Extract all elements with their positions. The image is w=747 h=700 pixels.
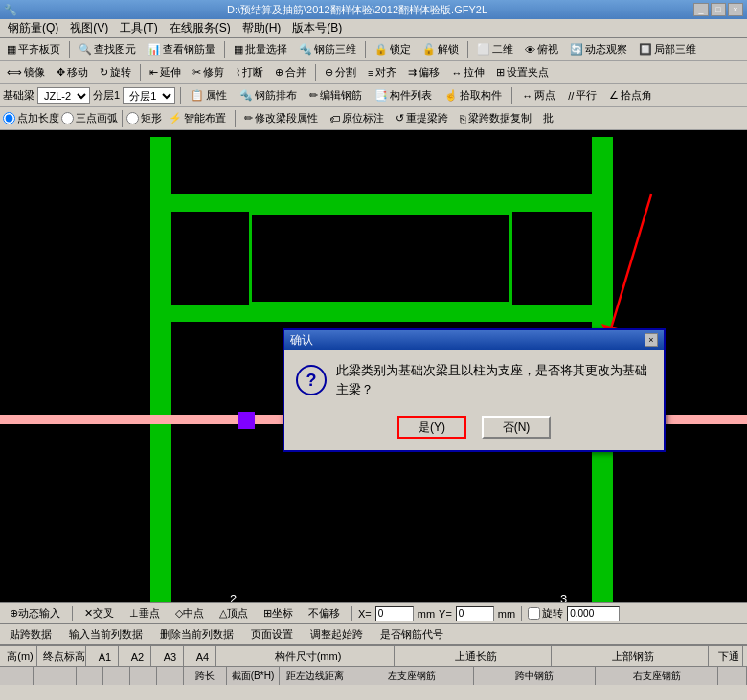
2d-icon: ⬜ [477,43,490,56]
menu-item-2[interactable]: 工具(T) [114,19,163,37]
btn-2d[interactable]: ⬜ 二维 [472,40,518,59]
table-row-1: 高(m) 终点标高 A1 A2 A3 A4 构件尺寸(mm) 上通长筋 上部钢筋… [0,646,747,667]
btn-batch-select[interactable]: ▦ 批量选择 [229,40,292,59]
rotate-input[interactable] [567,606,620,621]
struct-purple-marker [238,412,255,429]
info-bar: 贴跨数据输入当前列数据删除当前列数据页面设置调整起始跨是否钢筋代号 [0,623,747,644]
minimize-button[interactable]: _ [693,3,709,16]
confirm-dialog[interactable]: 确认 × ? 此梁类别为基础次梁且以柱为支座，是否将其更改为基础主梁？ 是(Y)… [283,328,666,452]
offset-icon: ⇉ [408,66,417,79]
y-input[interactable] [456,606,494,621]
btn-flatboard[interactable]: ▦ 平齐板页 [2,40,65,59]
btn-local-3d[interactable]: 🔲 局部三维 [634,40,701,59]
snap-nooffset[interactable]: 不偏移 [303,605,346,622]
btn-two-point[interactable]: ↔ 两点 [517,86,560,105]
menu-item-5[interactable]: 版本号(B) [286,19,348,37]
info-item-5[interactable]: 是否钢筋代号 [374,626,449,644]
btn-stretch[interactable]: ↔ 拉伸 [446,63,489,82]
btn-pickup-comp[interactable]: ☝ 拾取构件 [440,86,507,105]
btn-rebar-amount[interactable]: 📊 查看钢筋量 [143,40,220,59]
btn-mirror[interactable]: ⟺ 镜像 [2,63,50,82]
struct-inner-rect [249,212,512,305]
btn-edit-rebar[interactable]: ✏ 编辑钢筋 [305,86,367,105]
btn-re-span[interactable]: ↺ 重提梁跨 [391,109,453,128]
col-height: 高(m) [4,646,37,666]
close-button[interactable]: × [728,3,743,16]
rotate-checkbox[interactable]: 旋转 [528,606,563,621]
snap-intersection[interactable]: ✕ 交叉 [79,605,120,622]
snap-endpoint[interactable]: △ 顶点 [214,605,254,622]
twopoint-icon: ↔ [522,90,532,102]
btn-pick-angle[interactable]: ∠ 拾点角 [604,86,657,105]
btn-setgrip[interactable]: ⊞ 设置夹点 [491,63,554,82]
btn-move[interactable]: ✥ 移动 [52,63,93,82]
info-item-1[interactable]: 输入当前列数据 [63,626,148,644]
name-select[interactable]: JZL-2 [37,87,90,104]
smart-icon: ⚡ [169,112,182,124]
menu-item-3[interactable]: 在线服务(S) [164,19,237,37]
info-item-3[interactable]: 页面设置 [245,626,299,644]
btn-merge[interactable]: ⊕ 合并 [270,63,311,82]
col-a2: A2 [124,646,151,666]
btn-extend[interactable]: ⇤ 延伸 [145,63,186,82]
btn-property[interactable]: 📋 属性 [186,86,232,105]
status-bar: ⊕ 动态输入 ✕ 交叉 ⊥ 垂点 ◇ 中点 △ 顶点 ⊞ 坐标 不偏移 X= m… [0,602,747,623]
info-item-4[interactable]: 调整起始跨 [305,626,369,644]
radio-arc[interactable]: 三点画弧 [61,111,118,125]
info-item-2[interactable]: 删除当前列数据 [154,626,239,644]
btn-unlock[interactable]: 🔓 解锁 [418,40,464,59]
btn-modify-span[interactable]: ✏ 修改梁段属性 [239,109,323,128]
btn-find[interactable]: 🔍 查找图元 [74,40,141,59]
snap-midpoint[interactable]: ◇ 中点 [170,605,210,622]
separator [235,110,236,127]
btn-rebar-layout[interactable]: 🔩 钢筋排布 [235,86,302,105]
btn-lock[interactable]: 🔒 锁定 [370,40,416,59]
layer-select[interactable]: 分层1 [123,87,175,104]
separator [365,41,366,58]
respan-icon: ↺ [396,112,404,124]
layout-icon: 🔩 [239,89,253,102]
snap-coordinate[interactable]: ⊞ 坐标 [258,605,299,622]
type-label: 基础梁 [3,88,34,102]
dialog-yes-button[interactable]: 是(Y) [397,416,466,439]
btn-copy-span[interactable]: ⎘ 梁跨数据复制 [455,109,536,128]
radio-point-length[interactable]: 点加长度 [3,111,59,125]
dialog-title: 确认 [290,332,313,349]
separator [122,110,123,127]
btn-break[interactable]: ⌇ 打断 [231,63,268,82]
btn-topview[interactable]: 👁 俯视 [520,40,563,59]
struct-horizontal-mid [150,305,613,322]
btn-offset[interactable]: ⇉ 偏移 [403,63,444,82]
col-top-rebar: 上通长筋 [400,646,552,666]
btn-rotate[interactable]: ↻ 旋转 [95,63,136,82]
snap-dynamic-input[interactable]: ⊕ 动态输入 [4,605,66,622]
btn-parallel[interactable]: // 平行 [563,86,601,105]
btn-split[interactable]: ⊖ 分割 [320,63,361,82]
menu-item-0[interactable]: 钢筋量(Q) [2,19,64,37]
btn-trim[interactable]: ✂ 修剪 [188,63,229,82]
x-label: X= [358,608,372,620]
btn-align[interactable]: ≡ 对齐 [363,63,401,82]
snap-perpendicular[interactable]: ⊥ 垂点 [124,605,166,622]
btn-dynamic-obs[interactable]: 🔄 动态观察 [565,40,632,59]
info-item-0[interactable]: 贴跨数据 [4,626,57,644]
dialog-no-button[interactable]: 否(N) [482,416,551,439]
toolbar-1: ▦ 平齐板页 🔍 查找图元 📊 查看钢筋量 ▦ 批量选择 🔩 钢筋三维 🔒 锁定… [0,38,747,61]
maximize-button[interactable]: □ [711,3,726,16]
align-icon: ≡ [368,67,374,79]
col-bot-rebar: 下通 [714,646,743,666]
menu-item-1[interactable]: 视图(V) [64,19,114,37]
btn-in-situ-label[interactable]: 🏷 原位标注 [325,109,389,128]
end-icon: △ [219,607,227,620]
draw-toolbar: 点加长度 三点画弧 矩形 ⚡ 智能布置 ✏ 修改梁段属性 🏷 原位标注 ↺ 重提… [0,107,747,130]
btn-smart-layout[interactable]: ⚡ 智能布置 [164,109,231,128]
radio-rect[interactable]: 矩形 [126,111,162,125]
subcol-right-seat: 右支座钢筋 [596,667,718,685]
dialog-close-button[interactable]: × [645,333,658,347]
btn-rebar-3d[interactable]: 🔩 钢筋三维 [294,40,361,59]
col-a4: A4 [190,646,216,666]
menu-item-4[interactable]: 帮助(H) [237,19,287,37]
btn-comp-list[interactable]: 📑 构件列表 [370,86,437,105]
btn-batch-more[interactable]: 批 [538,109,558,128]
x-input[interactable] [375,606,414,621]
